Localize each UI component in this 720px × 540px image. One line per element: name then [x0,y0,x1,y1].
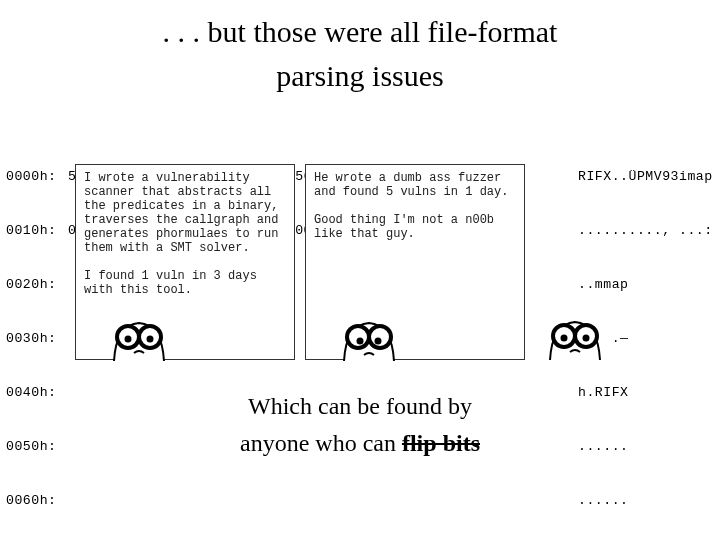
nerd-face-icon [334,305,404,361]
svg-point-11 [561,335,568,342]
caption-line-2-pre: anyone who can [240,430,402,456]
meme-left-text-2: I found 1 vuln in 3 days with this tool. [84,269,257,297]
svg-point-8 [375,338,382,345]
caption-line-1: Which can be found by [248,393,472,419]
svg-point-3 [125,336,132,343]
svg-point-4 [147,336,154,343]
meme-panel-left: I wrote a vulnerability scanner that abs… [75,164,295,360]
meme-panel-right: He wrote a dumb ass fuzzer and found 5 v… [305,164,525,360]
hex-row: 0060h:...... [6,492,714,510]
caption-flip-bits: flip bits [402,430,480,456]
slide-title: . . . but those were all file-format par… [0,0,720,97]
bottom-caption: Which can be found by anyone who can fli… [0,388,720,462]
svg-point-12 [583,335,590,342]
nerd-face-icon [540,304,610,360]
meme-right-text-1: He wrote a dumb ass fuzzer and found 5 v… [314,171,508,199]
title-line-2: parsing issues [0,54,720,98]
svg-point-5 [347,326,369,348]
svg-point-7 [357,338,364,345]
meme-right-text-2: Good thing I'm not a n00b like that guy. [314,213,494,241]
title-line-1: . . . but those were all file-format [163,15,558,48]
svg-point-6 [369,326,391,348]
meme-left-text-1: I wrote a vulnerability scanner that abs… [84,171,278,255]
nerd-face-icon [104,305,174,361]
